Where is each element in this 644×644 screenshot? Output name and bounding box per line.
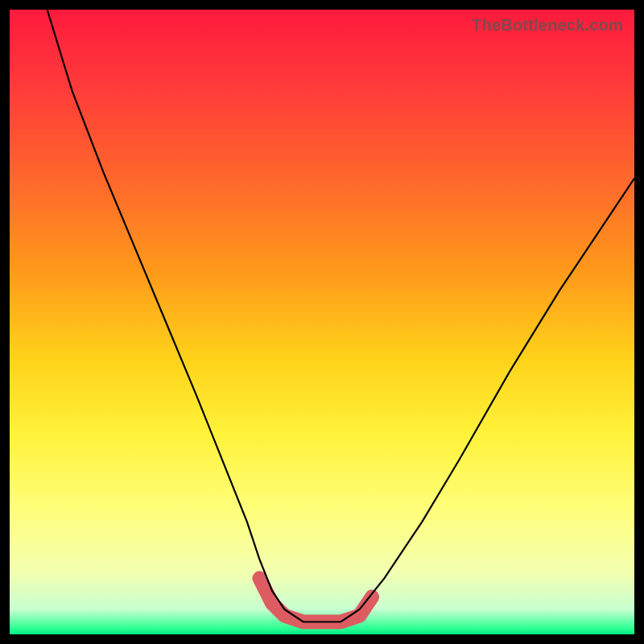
chart-svg: [10, 10, 634, 634]
curve-main: [47, 10, 634, 622]
plot-area: TheBottleneck.com: [10, 10, 634, 634]
chart-frame: TheBottleneck.com: [0, 0, 644, 644]
curve-highlight: [259, 578, 372, 621]
